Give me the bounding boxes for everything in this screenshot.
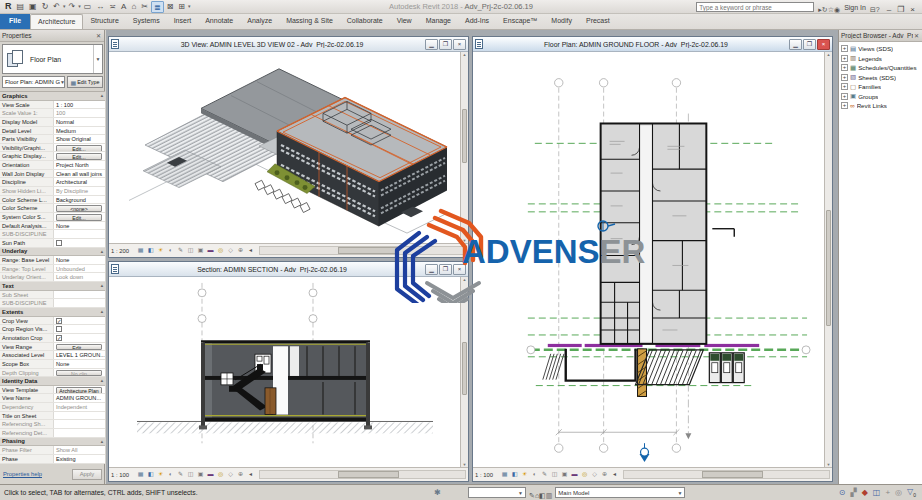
save-icon[interactable]: ▣: [27, 1, 39, 13]
drawing-canvas-floorplan[interactable]: [473, 52, 824, 467]
sketchy-lines-icon[interactable]: ✎: [540, 470, 549, 479]
collapse-icon[interactable]: ◂: [246, 470, 255, 479]
property-value[interactable]: Background: [54, 196, 105, 204]
shadows-icon[interactable]: ◐: [530, 470, 539, 479]
property-button-view-range[interactable]: Edit...: [56, 344, 102, 351]
crop-region-icon[interactable]: ▣: [196, 470, 205, 479]
horizontal-scrollbar[interactable]: [623, 470, 830, 479]
tab-insert[interactable]: Insert: [167, 14, 199, 29]
property-value[interactable]: None: [54, 222, 105, 230]
apply-button[interactable]: Apply: [72, 469, 102, 480]
undo-icon[interactable]: ↶: [51, 1, 62, 13]
section-collapse-icon[interactable]: ▴: [101, 378, 103, 383]
worksharing-display-icon[interactable]: ◇: [226, 246, 235, 255]
property-value[interactable]: Normal: [54, 118, 105, 126]
properties-close-icon[interactable]: ✕: [95, 32, 102, 39]
crop-region-icon[interactable]: ▣: [196, 246, 205, 255]
section-collapse-icon[interactable]: ▴: [101, 249, 103, 254]
tab-modify[interactable]: Modify: [544, 14, 579, 29]
view-scale[interactable]: 1 : 100: [475, 472, 499, 478]
add-to-set-icon[interactable]: ▥: [546, 492, 553, 499]
sun-path-icon[interactable]: ☀: [520, 470, 529, 479]
property-value[interactable]: <none>: [54, 204, 105, 212]
type-selector[interactable]: Floor Plan ▼: [2, 44, 103, 74]
section-collapse-icon[interactable]: ▴: [101, 309, 103, 314]
browser-item-schedules-quantities[interactable]: +▦Schedules/Quantities: [841, 63, 922, 73]
property-value[interactable]: None: [54, 360, 105, 368]
browser-item-groups[interactable]: +▣Groups: [841, 92, 922, 102]
properties-section-underlay[interactable]: Underlay▴: [0, 248, 105, 257]
design-options-select[interactable]: Main Model▼: [555, 487, 685, 498]
drawing-canvas-3d[interactable]: [109, 52, 460, 243]
detail-level-icon[interactable]: ▦: [136, 470, 145, 479]
property-value[interactable]: 1 : 100: [54, 101, 105, 109]
undo-dropdown-icon[interactable]: ▾: [63, 1, 66, 13]
tab-enscape[interactable]: Enscape™: [496, 14, 544, 29]
properties-section-phasing[interactable]: Phasing▴: [0, 438, 105, 447]
design-options-icon[interactable]: ◧: [539, 492, 546, 499]
text-tool-icon[interactable]: A: [119, 1, 128, 13]
property-value[interactable]: No clip: [54, 369, 105, 377]
expand-icon[interactable]: +: [841, 45, 848, 52]
crop-view-icon[interactable]: ◫: [186, 246, 195, 255]
drag-on-selection-icon[interactable]: +: [885, 488, 890, 497]
sync-icon[interactable]: ↻: [40, 1, 51, 13]
reveal-hidden-icon[interactable]: ◎: [216, 470, 225, 479]
property-value[interactable]: 100: [54, 109, 105, 117]
collapse-icon[interactable]: ◂: [610, 470, 619, 479]
view-minimize-icon[interactable]: ▁: [425, 39, 438, 50]
worksets-select[interactable]: ▼: [468, 487, 526, 498]
horizontal-scrollbar[interactable]: [259, 470, 466, 479]
view-close-icon[interactable]: ×: [453, 264, 466, 275]
select-underlay-icon[interactable]: ▞: [851, 488, 857, 497]
view-titlebar-section[interactable]: Section: ADMIN SECTION - Adv_Prj-2c-02.0…: [109, 262, 468, 277]
drawing-canvas-section[interactable]: [109, 277, 460, 467]
view-minimize-icon[interactable]: ▁: [789, 39, 802, 50]
visual-style-icon[interactable]: ◧: [510, 470, 519, 479]
property-value[interactable]: Existing: [54, 455, 105, 463]
property-value[interactable]: Edit...: [54, 213, 105, 221]
qat-customize-icon[interactable]: ▾: [188, 1, 191, 13]
sign-in-button[interactable]: Sign In: [844, 4, 866, 11]
section-collapse-icon[interactable]: ▴: [101, 283, 103, 288]
property-value[interactable]: None: [54, 256, 105, 264]
tab-file[interactable]: File: [0, 14, 30, 29]
property-value[interactable]: [54, 291, 105, 299]
tab-analyze[interactable]: Analyze: [240, 14, 279, 29]
property-value[interactable]: Look down: [54, 273, 105, 281]
reveal-hidden-icon[interactable]: ◎: [216, 246, 225, 255]
expand-icon[interactable]: +: [841, 102, 848, 109]
property-value[interactable]: Edit...: [54, 152, 105, 160]
instance-selector[interactable]: Floor Plan: ADMIN G▼: [2, 76, 65, 88]
property-button-graphic-display[interactable]: Edit...: [56, 153, 102, 160]
property-button-depth-clipping[interactable]: No clip: [56, 370, 102, 377]
property-value[interactable]: [54, 239, 105, 247]
properties-header[interactable]: Properties ✕: [0, 30, 104, 42]
vertical-scrollbar[interactable]: ▲▼: [460, 277, 468, 467]
view-minimize-icon[interactable]: ▁: [425, 264, 438, 275]
view-restore-icon[interactable]: ❐: [439, 264, 452, 275]
browser-item-revit-links[interactable]: +∞Revit Links: [841, 101, 922, 111]
expand-icon[interactable]: +: [841, 64, 848, 71]
section-collapse-icon[interactable]: ▴: [101, 439, 103, 444]
property-value[interactable]: [54, 325, 105, 333]
vertical-scrollbar[interactable]: ▲▼: [824, 52, 832, 467]
crop-region-icon[interactable]: ▣: [560, 470, 569, 479]
open-file-icon[interactable]: ▤: [15, 1, 27, 13]
tab-structure[interactable]: Structure: [83, 14, 125, 29]
view-restore-icon[interactable]: ❐: [439, 39, 452, 50]
shadows-icon[interactable]: ◐: [166, 470, 175, 479]
print-icon[interactable]: ▭: [82, 1, 94, 13]
properties-help-link[interactable]: Properties help: [3, 471, 42, 477]
sketchy-lines-icon[interactable]: ✎: [176, 470, 185, 479]
temporary-hide-icon[interactable]: ▬: [206, 470, 215, 479]
property-value[interactable]: [54, 412, 105, 420]
property-checkbox-crop-view[interactable]: ✓: [56, 318, 62, 324]
property-value[interactable]: Architectural: [54, 178, 105, 186]
expand-icon[interactable]: +: [841, 55, 848, 62]
view-scale[interactable]: 1 : 100: [111, 472, 135, 478]
select-links-icon[interactable]: ⊙: [839, 488, 846, 497]
measure-icon[interactable]: ↔: [94, 1, 106, 13]
property-value[interactable]: Clean all wall joins: [54, 170, 105, 178]
tab-systems[interactable]: Systems: [126, 14, 167, 29]
